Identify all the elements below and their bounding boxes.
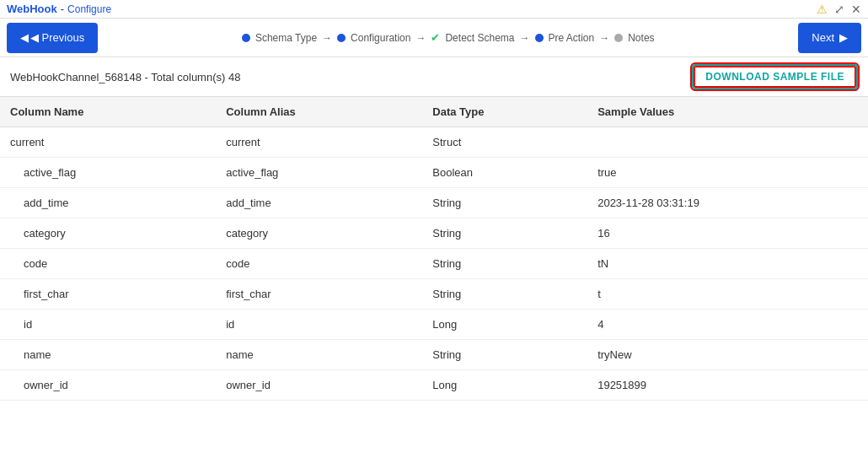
step-dot-notes xyxy=(614,34,623,42)
next-arrow: ▶ xyxy=(839,31,848,44)
table-row: currentcurrentStruct xyxy=(0,127,868,158)
step-dot-configuration xyxy=(337,34,346,42)
arrow-2: → xyxy=(415,32,426,44)
cell-2-1: add_time xyxy=(216,188,422,218)
table-header-row: Column Name Column Alias Data Type Sampl… xyxy=(0,97,868,127)
step-dot-schema-type xyxy=(242,34,250,42)
close-icon[interactable]: ✕ xyxy=(851,3,861,16)
cell-8-0: owner_id xyxy=(0,370,216,401)
title-bar-icons: ⚠ ⤢ ✕ xyxy=(817,3,861,16)
cell-4-1: code xyxy=(216,249,422,279)
table-row: owner_idowner_idLong19251899 xyxy=(0,370,868,401)
app-title-configure: Configure xyxy=(67,3,111,15)
cell-0-0: current xyxy=(0,127,216,158)
cell-6-3: 4 xyxy=(587,310,868,340)
cell-7-2: String xyxy=(422,340,587,370)
cell-3-0: category xyxy=(0,218,216,249)
step-check-detect-schema: ✔ xyxy=(431,31,440,44)
cell-5-2: String xyxy=(422,279,587,310)
cell-1-1: active_flag xyxy=(216,158,422,188)
cell-3-1: category xyxy=(216,218,422,249)
cell-8-3: 19251899 xyxy=(587,370,868,401)
table-row: namenameStringtryNew xyxy=(0,340,868,370)
cell-8-1: owner_id xyxy=(216,370,422,401)
cell-0-2: Struct xyxy=(422,127,587,158)
table-row: ididLong4 xyxy=(0,310,868,340)
cell-2-0: add_time xyxy=(0,188,216,218)
col-header-sample-values: Sample Values xyxy=(587,97,868,127)
next-label: Next xyxy=(812,31,834,44)
download-sample-button[interactable]: DOWNLOAD SAMPLE FILE xyxy=(692,64,858,89)
title-bar: WebHook - Configure ⚠ ⤢ ✕ xyxy=(0,0,868,19)
cell-1-3: true xyxy=(587,158,868,188)
cell-0-1: current xyxy=(216,127,422,158)
step-label-schema-type: Schema Type xyxy=(255,32,317,44)
cell-4-2: String xyxy=(422,249,587,279)
cell-1-2: Boolean xyxy=(422,158,587,188)
prev-label: ◀ Previous xyxy=(30,31,84,44)
sub-header: WebHookChannel_568148 - Total column(s) … xyxy=(0,57,868,97)
prev-arrow: ◀ xyxy=(20,31,29,44)
step-label-configuration: Configuration xyxy=(351,32,410,44)
col-header-data-type: Data Type xyxy=(422,97,587,127)
cell-6-1: id xyxy=(216,310,422,340)
cell-4-0: code xyxy=(0,249,216,279)
table-row: codecodeStringtN xyxy=(0,249,868,279)
arrow-3: → xyxy=(520,32,530,44)
cell-4-3: tN xyxy=(587,249,868,279)
cell-7-0: name xyxy=(0,340,216,370)
step-label-detect-schema: Detect Schema xyxy=(445,32,514,44)
app-title-webhook: WebHook xyxy=(7,3,57,15)
cell-3-3: 16 xyxy=(587,218,868,249)
cell-5-1: first_char xyxy=(216,279,422,310)
table-row: active_flagactive_flagBooleantrue xyxy=(0,158,868,188)
table-row: first_charfirst_charStringt xyxy=(0,279,868,310)
previous-button[interactable]: ◀ ◀ Previous xyxy=(7,23,98,53)
arrow-4: → xyxy=(599,32,609,44)
channel-title: WebHookChannel_568148 - Total column(s) … xyxy=(10,71,240,84)
next-button[interactable]: Next ▶ xyxy=(798,23,861,53)
cell-6-0: id xyxy=(0,310,216,340)
nav-bar: ◀ ◀ Previous Schema Type → Configuration… xyxy=(0,19,868,57)
title-separator: - xyxy=(61,3,64,15)
step-dot-pre-action xyxy=(535,34,544,42)
cell-2-3: 2023-11-28 03:31:19 xyxy=(587,188,868,218)
cell-1-0: active_flag xyxy=(0,158,216,188)
step-label-notes: Notes xyxy=(628,32,654,44)
data-table: Column Name Column Alias Data Type Sampl… xyxy=(0,97,868,401)
cell-7-1: name xyxy=(216,340,422,370)
cell-0-3 xyxy=(587,127,868,158)
title-bar-left: WebHook - Configure xyxy=(7,3,111,15)
col-header-column-alias: Column Alias xyxy=(216,97,422,127)
warning-icon[interactable]: ⚠ xyxy=(817,3,828,16)
cell-3-2: String xyxy=(422,218,587,249)
cell-5-3: t xyxy=(587,279,868,310)
data-table-wrap: Column Name Column Alias Data Type Sampl… xyxy=(0,97,868,435)
step-label-pre-action: Pre Action xyxy=(549,32,595,44)
cell-8-2: Long xyxy=(422,370,587,401)
cell-7-3: tryNew xyxy=(587,340,868,370)
table-row: add_timeadd_timeString2023-11-28 03:31:1… xyxy=(0,188,868,218)
table-row: categorycategoryString16 xyxy=(0,218,868,249)
cell-5-0: first_char xyxy=(0,279,216,310)
resize-icon[interactable]: ⤢ xyxy=(834,3,844,16)
cell-2-2: String xyxy=(422,188,587,218)
steps-indicator: Schema Type → Configuration → ✔ Detect S… xyxy=(242,31,655,44)
cell-6-2: Long xyxy=(422,310,587,340)
col-header-column-name: Column Name xyxy=(0,97,216,127)
arrow-1: → xyxy=(322,32,332,44)
